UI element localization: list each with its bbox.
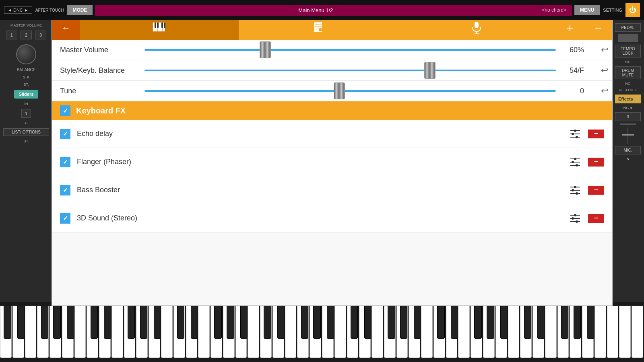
master-volume-slider-area[interactable] bbox=[144, 44, 556, 56]
black-key-oct4-4[interactable] bbox=[414, 306, 421, 339]
echo-delay-mixer-icon[interactable] bbox=[569, 128, 582, 140]
black-key-oct2-2[interactable] bbox=[214, 306, 221, 339]
black-key-oct6-2[interactable] bbox=[561, 306, 568, 339]
echo-delay-remove-button[interactable]: − bbox=[588, 130, 604, 138]
white-key-20[interactable] bbox=[248, 306, 259, 358]
black-key-oct3-4[interactable] bbox=[327, 306, 334, 339]
white-key-48[interactable] bbox=[594, 306, 606, 358]
3d-sound-mixer-icon[interactable] bbox=[569, 212, 582, 225]
ch3-right-btn[interactable]: 3 bbox=[615, 112, 641, 121]
tune-slider-area[interactable] bbox=[144, 85, 556, 97]
mode-button[interactable]: MODE bbox=[67, 5, 93, 15]
white-key-13[interactable] bbox=[161, 306, 173, 358]
black-key-oct0-4[interactable] bbox=[67, 306, 74, 339]
black-key-oct5-0[interactable] bbox=[437, 306, 444, 339]
white-key-49[interactable] bbox=[607, 306, 619, 358]
mic-button[interactable]: MIC. bbox=[615, 146, 641, 154]
white-key-41[interactable] bbox=[508, 306, 520, 358]
channel-1-btn[interactable]: 1 bbox=[21, 109, 31, 118]
white-key-6[interactable] bbox=[74, 306, 86, 358]
black-key-oct0-0[interactable] bbox=[4, 306, 11, 339]
tune-thumb[interactable] bbox=[334, 82, 345, 99]
flanger-checkbox[interactable]: ✓ bbox=[60, 157, 70, 167]
white-key-50[interactable] bbox=[619, 306, 631, 358]
master-volume-thumb[interactable] bbox=[260, 41, 271, 58]
tempo-lock-button[interactable]: TEMPO LOCK bbox=[615, 45, 641, 58]
black-key-oct4-0[interactable] bbox=[351, 306, 358, 339]
master-volume-reset[interactable]: ↩ bbox=[601, 45, 608, 55]
pedal-slider[interactable] bbox=[618, 34, 638, 42]
ch2-btn[interactable]: 2 bbox=[21, 31, 32, 39]
power-button[interactable]: ⏻ bbox=[625, 3, 640, 17]
black-key-oct2-3[interactable] bbox=[227, 306, 234, 339]
reverb-slider[interactable] bbox=[622, 128, 634, 144]
white-key-9[interactable] bbox=[111, 306, 123, 358]
effects-button[interactable]: Effects bbox=[615, 95, 641, 103]
black-key-oct1-4[interactable] bbox=[154, 306, 161, 339]
ch1-btn[interactable]: 1 bbox=[6, 31, 17, 39]
black-key-oct2-4[interactable] bbox=[240, 306, 248, 339]
black-key-oct0-1[interactable] bbox=[17, 306, 25, 339]
black-key-oct3-3[interactable] bbox=[313, 306, 320, 339]
white-key-51[interactable] bbox=[632, 306, 643, 358]
white-key-30[interactable] bbox=[372, 306, 383, 358]
3d-sound-checkbox[interactable]: ✓ bbox=[60, 213, 70, 224]
tune-reset[interactable]: ↩ bbox=[601, 86, 608, 96]
menu-button[interactable]: MENU bbox=[574, 5, 600, 15]
dnc-control[interactable]: ◄ DNC ► bbox=[4, 6, 32, 14]
black-key-oct1-3[interactable] bbox=[140, 306, 147, 339]
black-key-oct6-3[interactable] bbox=[574, 306, 581, 339]
keyboard-fx-checkbox[interactable]: ✓ bbox=[60, 105, 70, 116]
black-key-oct5-1[interactable] bbox=[451, 306, 458, 339]
tune-value: 0 bbox=[580, 87, 584, 95]
black-key-oct3-2[interactable] bbox=[301, 306, 308, 339]
bass-booster-remove-button[interactable]: − bbox=[588, 186, 604, 195]
black-key-oct1-1[interactable] bbox=[104, 306, 111, 339]
white-key-34[interactable] bbox=[421, 306, 433, 358]
black-key-oct1-2[interactable] bbox=[128, 306, 135, 339]
black-key-oct0-3[interactable] bbox=[53, 306, 60, 339]
white-key-23[interactable] bbox=[285, 306, 297, 358]
style-balance-reset[interactable]: ↩ bbox=[601, 65, 608, 76]
black-key-oct6-1[interactable] bbox=[537, 306, 545, 339]
pedal-button[interactable]: PEDAL bbox=[615, 23, 641, 32]
main-menu-label[interactable]: Main Menu 1/2 bbox=[95, 5, 536, 16]
black-key-oct1-0[interactable] bbox=[91, 306, 98, 339]
bass-booster-checkbox[interactable]: ✓ bbox=[60, 185, 70, 195]
black-key-oct2-1[interactable] bbox=[191, 306, 198, 339]
in-label: IN bbox=[25, 102, 28, 106]
black-key-oct6-0[interactable] bbox=[524, 306, 531, 339]
black-key-oct6-4[interactable] bbox=[587, 306, 594, 339]
white-key-16[interactable] bbox=[198, 306, 210, 358]
black-key-oct3-1[interactable] bbox=[277, 306, 285, 339]
black-key-oct5-3[interactable] bbox=[487, 306, 494, 339]
echo-delay-checkbox[interactable]: ✓ bbox=[60, 129, 70, 139]
black-key-oct5-4[interactable] bbox=[500, 306, 508, 339]
sliders-button[interactable]: Sliders bbox=[14, 90, 39, 99]
black-key-oct4-1[interactable] bbox=[364, 306, 372, 339]
drum-mute-button[interactable]: DRUM MUTE bbox=[615, 66, 641, 79]
black-key-oct4-2[interactable] bbox=[388, 306, 395, 339]
white-key-37[interactable] bbox=[458, 306, 470, 358]
black-key-oct3-0[interactable] bbox=[264, 306, 271, 339]
master-volume-knob[interactable] bbox=[16, 44, 36, 64]
white-key-44[interactable] bbox=[545, 306, 557, 358]
ch3-btn[interactable]: 3 bbox=[35, 31, 46, 39]
black-key-oct5-2[interactable] bbox=[474, 306, 481, 339]
white-key-27[interactable] bbox=[334, 306, 346, 358]
x-btn[interactable]: ✕ bbox=[626, 157, 630, 161]
echo-delay-controls: − bbox=[569, 128, 604, 140]
flanger-mixer-icon[interactable] bbox=[569, 156, 582, 169]
white-key-2[interactable] bbox=[25, 306, 37, 358]
black-key-oct0-2[interactable] bbox=[41, 306, 48, 339]
svg-point-30 bbox=[574, 186, 576, 188]
black-key-oct2-0[interactable] bbox=[177, 306, 184, 339]
flanger-remove-button[interactable]: − bbox=[588, 158, 604, 167]
style-balance-thumb[interactable] bbox=[424, 62, 436, 79]
list-options-button[interactable]: LIST/ OPTIONS bbox=[3, 128, 49, 136]
bass-booster-mixer-icon[interactable] bbox=[569, 184, 582, 197]
svg-point-34 bbox=[576, 192, 578, 195]
black-key-oct4-3[interactable] bbox=[400, 306, 407, 339]
style-balance-slider-area[interactable] bbox=[144, 64, 556, 76]
3d-sound-remove-button[interactable]: − bbox=[588, 214, 604, 223]
